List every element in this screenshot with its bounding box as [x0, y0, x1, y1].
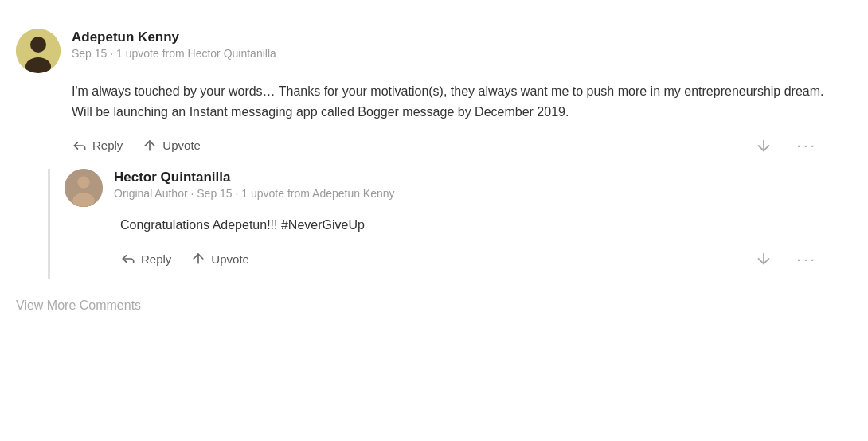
- reply-item: Hector Quintanilla Original Author · Sep…: [65, 169, 828, 273]
- author-info: Adepetun Kenny Sep 15 · 1 upvote from He…: [72, 29, 276, 62]
- reply-actions: Reply Upvote: [120, 245, 828, 273]
- reply-downvote-button[interactable]: [755, 245, 784, 272]
- reply-more-options-button[interactable]: ···: [796, 245, 828, 273]
- reply-indent: Hector Quintanilla Original Author · Sep…: [48, 169, 828, 279]
- downvote-button[interactable]: [755, 132, 784, 159]
- reply-author-name: Hector Quintanilla: [114, 169, 395, 186]
- comment-actions: Reply Upvote: [72, 131, 828, 159]
- reply-upvote-icon: [190, 251, 206, 267]
- author-name: Adepetun Kenny: [72, 29, 276, 46]
- reply-reply-button[interactable]: Reply: [120, 246, 182, 271]
- original-author-badge: Original Author: [114, 187, 188, 200]
- reply-more-icon-dots: ···: [796, 250, 817, 268]
- upvote-icon: [142, 138, 158, 154]
- comment-section: Adepetun Kenny Sep 15 · 1 upvote from He…: [16, 16, 828, 326]
- comment-item: Adepetun Kenny Sep 15 · 1 upvote from He…: [16, 29, 828, 279]
- reply-meta: Sep 15 · 1 upvote from Adepetun Kenny: [197, 187, 394, 200]
- upvote-label: Upvote: [162, 139, 201, 152]
- reply-reply-label: Reply: [141, 252, 171, 266]
- reply-button[interactable]: Reply: [72, 133, 134, 158]
- more-icon-dots: ···: [796, 136, 817, 154]
- reply-avatar: [65, 169, 103, 207]
- reply-icon: [72, 138, 88, 154]
- reply-author-info: Hector Quintanilla Original Author · Sep…: [114, 169, 395, 202]
- reply-label: Reply: [92, 139, 123, 152]
- upvote-button[interactable]: Upvote: [142, 133, 212, 158]
- comment-body: I'm always touched by your words… Thanks…: [72, 81, 828, 122]
- svg-point-1: [30, 37, 46, 53]
- reply-header: Hector Quintanilla Original Author · Sep…: [65, 169, 828, 207]
- view-more-comments[interactable]: View More Comments: [16, 299, 828, 313]
- svg-point-6: [77, 176, 90, 189]
- reply-upvote-button[interactable]: Upvote: [190, 246, 260, 271]
- reply-author-meta: Original Author · Sep 15 · 1 upvote from…: [114, 186, 395, 202]
- reply-body: Congratulations Adepetun!!! #NeverGiveUp: [120, 215, 828, 236]
- comment-header: Adepetun Kenny Sep 15 · 1 upvote from He…: [16, 29, 828, 73]
- reply-reply-icon: [120, 251, 136, 267]
- action-right: ···: [755, 131, 828, 159]
- more-options-button[interactable]: ···: [796, 131, 828, 159]
- reply-action-right: ···: [755, 245, 828, 273]
- reply-upvote-label: Upvote: [211, 252, 249, 266]
- author-meta: Sep 15 · 1 upvote from Hector Quintanill…: [72, 46, 276, 62]
- avatar: [16, 29, 61, 73]
